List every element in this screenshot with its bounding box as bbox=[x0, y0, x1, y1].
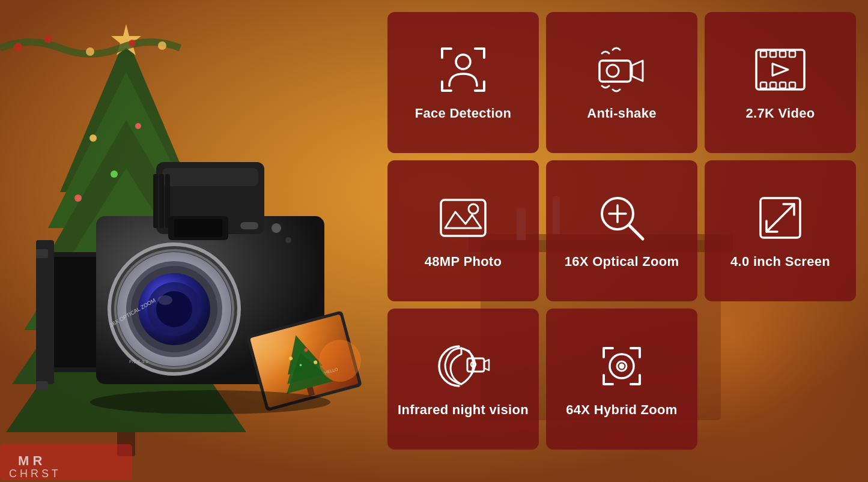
grid-empty-cell bbox=[705, 309, 856, 450]
svg-point-85 bbox=[90, 390, 330, 414]
feature-tile-screen: 4.0 inch Screen bbox=[705, 160, 856, 301]
svg-rect-48 bbox=[36, 381, 48, 390]
svg-rect-93 bbox=[780, 51, 786, 57]
svg-rect-46 bbox=[36, 240, 54, 384]
svg-rect-56 bbox=[174, 219, 222, 237]
anti-shake-icon bbox=[595, 43, 649, 97]
feature-tile-video: 2.7K Video bbox=[705, 12, 856, 153]
hybrid-zoom-icon bbox=[595, 339, 649, 393]
anti-shake-label: Anti-shake bbox=[587, 105, 656, 122]
photo-label: 48MP Photo bbox=[425, 253, 502, 271]
screen-icon bbox=[753, 191, 807, 245]
svg-rect-95 bbox=[760, 82, 766, 88]
svg-rect-97 bbox=[780, 82, 786, 88]
svg-point-88 bbox=[607, 65, 619, 77]
svg-line-105 bbox=[630, 226, 643, 239]
photo-icon bbox=[436, 191, 490, 245]
feature-tile-hybrid-zoom: 64X Hybrid Zoom bbox=[546, 309, 697, 450]
screen-label: 4.0 inch Screen bbox=[730, 253, 830, 271]
svg-point-33 bbox=[158, 41, 166, 50]
feature-tile-anti-shake: Anti-shake bbox=[546, 12, 697, 153]
camera-image: 16X OPTICAL ZOOM F/1.8-3.9 bbox=[36, 150, 384, 450]
svg-point-64 bbox=[158, 295, 172, 305]
svg-marker-109 bbox=[484, 360, 489, 370]
night-vision-label: Infrared night vision bbox=[398, 402, 529, 419]
svg-line-107 bbox=[766, 204, 794, 232]
svg-rect-87 bbox=[599, 61, 631, 82]
face-detection-label: Face Detection bbox=[415, 105, 512, 122]
feature-grid: Face Detection Anti-shake bbox=[387, 12, 856, 450]
video-icon bbox=[753, 43, 807, 97]
night-vision-icon bbox=[436, 339, 490, 393]
svg-point-86 bbox=[456, 55, 470, 69]
feature-tile-zoom: 16X Optical Zoom bbox=[546, 160, 697, 301]
svg-rect-53 bbox=[159, 174, 164, 228]
svg-rect-94 bbox=[789, 51, 795, 57]
video-label: 2.7K Video bbox=[745, 105, 815, 122]
svg-rect-92 bbox=[770, 51, 776, 57]
feature-tile-photo: 48MP Photo bbox=[387, 160, 539, 301]
svg-point-32 bbox=[129, 40, 136, 47]
camera-area: 16X OPTICAL ZOOM F/1.8-3.9 bbox=[0, 120, 420, 480]
feature-tile-night-vision: Infrared night vision bbox=[387, 309, 539, 450]
svg-rect-52 bbox=[153, 174, 158, 228]
svg-point-113 bbox=[620, 364, 624, 368]
svg-rect-69 bbox=[240, 222, 258, 229]
svg-rect-51 bbox=[162, 168, 258, 186]
face-detection-icon bbox=[436, 43, 490, 97]
svg-rect-98 bbox=[789, 82, 795, 88]
svg-point-70 bbox=[272, 223, 281, 233]
hybrid-zoom-label: 64X Hybrid Zoom bbox=[566, 402, 677, 419]
svg-point-101 bbox=[469, 204, 478, 214]
svg-rect-47 bbox=[36, 249, 48, 258]
svg-rect-96 bbox=[770, 82, 776, 88]
feature-tile-face-detection: Face Detection bbox=[387, 12, 539, 153]
svg-point-29 bbox=[14, 43, 22, 51]
zoom-icon bbox=[595, 191, 649, 245]
svg-rect-100 bbox=[441, 200, 485, 236]
svg-point-31 bbox=[86, 47, 94, 56]
svg-marker-89 bbox=[632, 61, 643, 81]
svg-rect-91 bbox=[760, 51, 766, 57]
svg-marker-99 bbox=[772, 64, 788, 76]
zoom-label: 16X Optical Zoom bbox=[565, 253, 679, 271]
svg-point-30 bbox=[44, 36, 52, 43]
svg-point-71 bbox=[285, 237, 291, 243]
